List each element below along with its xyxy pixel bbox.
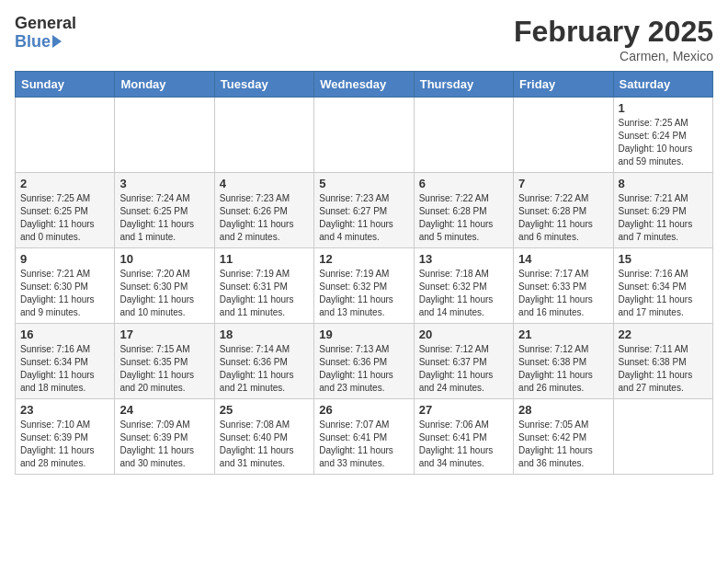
calendar-cell — [314, 98, 414, 173]
calendar-cell: 22Sunrise: 7:11 AM Sunset: 6:38 PM Dayli… — [613, 324, 712, 399]
calendar-cell: 23Sunrise: 7:10 AM Sunset: 6:39 PM Dayli… — [16, 399, 115, 475]
day-number: 21 — [518, 327, 608, 341]
location: Carmen, Mexico — [514, 49, 713, 63]
day-info: Sunrise: 7:24 AM Sunset: 6:25 PM Dayligh… — [119, 192, 209, 244]
day-info: Sunrise: 7:14 AM Sunset: 6:36 PM Dayligh… — [220, 343, 309, 395]
calendar-cell: 13Sunrise: 7:18 AM Sunset: 6:32 PM Dayli… — [414, 248, 513, 324]
day-info: Sunrise: 7:16 AM Sunset: 6:34 PM Dayligh… — [20, 343, 109, 395]
calendar-cell: 3Sunrise: 7:24 AM Sunset: 6:25 PM Daylig… — [115, 173, 214, 248]
calendar-cell: 7Sunrise: 7:22 AM Sunset: 6:28 PM Daylig… — [514, 173, 613, 248]
calendar-cell: 18Sunrise: 7:14 AM Sunset: 6:36 PM Dayli… — [214, 324, 313, 399]
day-number: 19 — [319, 327, 408, 341]
day-info: Sunrise: 7:23 AM Sunset: 6:26 PM Dayligh… — [220, 192, 309, 244]
day-info: Sunrise: 7:25 AM Sunset: 6:24 PM Dayligh… — [619, 117, 708, 168]
calendar-cell: 21Sunrise: 7:12 AM Sunset: 6:38 PM Dayli… — [514, 324, 613, 399]
day-info: Sunrise: 7:22 AM Sunset: 6:28 PM Dayligh… — [419, 192, 508, 244]
title-section: February 2025 Carmen, Mexico — [514, 15, 713, 63]
calendar-cell — [613, 399, 712, 475]
day-info: Sunrise: 7:16 AM Sunset: 6:34 PM Dayligh… — [619, 268, 708, 319]
calendar-cell: 5Sunrise: 7:23 AM Sunset: 6:27 PM Daylig… — [314, 173, 414, 248]
week-row-3: 9Sunrise: 7:21 AM Sunset: 6:30 PM Daylig… — [16, 248, 713, 324]
day-number: 8 — [619, 177, 708, 190]
day-info: Sunrise: 7:11 AM Sunset: 6:38 PM Dayligh… — [619, 343, 708, 395]
weekday-header-tuesday: Tuesday — [214, 72, 313, 98]
weekday-header-monday: Monday — [115, 72, 214, 98]
day-number: 7 — [518, 177, 608, 190]
day-info: Sunrise: 7:06 AM Sunset: 6:41 PM Dayligh… — [419, 419, 508, 470]
weekday-header-row: SundayMondayTuesdayWednesdayThursdayFrid… — [16, 72, 713, 98]
calendar-cell: 19Sunrise: 7:13 AM Sunset: 6:36 PM Dayli… — [314, 324, 414, 399]
calendar-cell: 11Sunrise: 7:19 AM Sunset: 6:31 PM Dayli… — [214, 248, 313, 324]
day-info: Sunrise: 7:19 AM Sunset: 6:31 PM Dayligh… — [220, 268, 309, 319]
calendar-cell — [414, 98, 513, 173]
calendar-cell: 28Sunrise: 7:05 AM Sunset: 6:42 PM Dayli… — [514, 399, 613, 475]
day-info: Sunrise: 7:22 AM Sunset: 6:28 PM Dayligh… — [518, 192, 608, 244]
calendar-cell: 12Sunrise: 7:19 AM Sunset: 6:32 PM Dayli… — [314, 248, 414, 324]
calendar-cell: 4Sunrise: 7:23 AM Sunset: 6:26 PM Daylig… — [214, 173, 313, 248]
day-number: 23 — [20, 403, 109, 417]
day-number: 16 — [20, 327, 109, 341]
day-number: 24 — [119, 403, 209, 417]
day-number: 6 — [419, 177, 508, 190]
calendar-table: SundayMondayTuesdayWednesdayThursdayFrid… — [15, 71, 713, 475]
day-number: 1 — [619, 101, 708, 115]
calendar-cell: 16Sunrise: 7:16 AM Sunset: 6:34 PM Dayli… — [16, 324, 115, 399]
calendar-cell — [16, 98, 115, 173]
day-info: Sunrise: 7:25 AM Sunset: 6:25 PM Dayligh… — [20, 192, 109, 244]
day-info: Sunrise: 7:12 AM Sunset: 6:38 PM Dayligh… — [518, 343, 608, 395]
day-number: 2 — [20, 177, 109, 190]
day-info: Sunrise: 7:19 AM Sunset: 6:32 PM Dayligh… — [319, 268, 408, 319]
weekday-header-friday: Friday — [514, 72, 613, 98]
day-info: Sunrise: 7:07 AM Sunset: 6:41 PM Dayligh… — [319, 419, 408, 470]
weekday-header-wednesday: Wednesday — [314, 72, 414, 98]
day-info: Sunrise: 7:21 AM Sunset: 6:30 PM Dayligh… — [20, 268, 109, 319]
calendar-cell: 15Sunrise: 7:16 AM Sunset: 6:34 PM Dayli… — [613, 248, 712, 324]
weekday-header-sunday: Sunday — [16, 72, 115, 98]
day-number: 3 — [119, 177, 209, 190]
day-number: 25 — [220, 403, 309, 417]
day-info: Sunrise: 7:05 AM Sunset: 6:42 PM Dayligh… — [518, 419, 608, 470]
logo-general: General — [15, 15, 76, 33]
week-row-2: 2Sunrise: 7:25 AM Sunset: 6:25 PM Daylig… — [16, 173, 713, 248]
day-number: 27 — [419, 403, 508, 417]
calendar-cell: 24Sunrise: 7:09 AM Sunset: 6:39 PM Dayli… — [115, 399, 214, 475]
day-number: 10 — [119, 252, 209, 266]
day-info: Sunrise: 7:13 AM Sunset: 6:36 PM Dayligh… — [319, 343, 408, 395]
calendar-cell: 10Sunrise: 7:20 AM Sunset: 6:30 PM Dayli… — [115, 248, 214, 324]
day-number: 18 — [220, 327, 309, 341]
day-info: Sunrise: 7:10 AM Sunset: 6:39 PM Dayligh… — [20, 419, 109, 470]
weekday-header-saturday: Saturday — [613, 72, 712, 98]
calendar-cell — [214, 98, 313, 173]
calendar-cell: 20Sunrise: 7:12 AM Sunset: 6:37 PM Dayli… — [414, 324, 513, 399]
day-number: 12 — [319, 252, 408, 266]
calendar-cell: 14Sunrise: 7:17 AM Sunset: 6:33 PM Dayli… — [514, 248, 613, 324]
day-info: Sunrise: 7:20 AM Sunset: 6:30 PM Dayligh… — [119, 268, 209, 319]
calendar-cell: 27Sunrise: 7:06 AM Sunset: 6:41 PM Dayli… — [414, 399, 513, 475]
calendar-cell: 2Sunrise: 7:25 AM Sunset: 6:25 PM Daylig… — [16, 173, 115, 248]
day-number: 5 — [319, 177, 408, 190]
day-info: Sunrise: 7:12 AM Sunset: 6:37 PM Dayligh… — [419, 343, 508, 395]
day-info: Sunrise: 7:21 AM Sunset: 6:29 PM Dayligh… — [619, 192, 708, 244]
day-number: 4 — [220, 177, 309, 190]
weekday-header-thursday: Thursday — [414, 72, 513, 98]
calendar-cell: 8Sunrise: 7:21 AM Sunset: 6:29 PM Daylig… — [613, 173, 712, 248]
day-number: 11 — [220, 252, 309, 266]
day-number: 28 — [518, 403, 608, 417]
calendar-cell: 1Sunrise: 7:25 AM Sunset: 6:24 PM Daylig… — [613, 98, 712, 173]
week-row-5: 23Sunrise: 7:10 AM Sunset: 6:39 PM Dayli… — [16, 399, 713, 475]
day-number: 20 — [419, 327, 508, 341]
day-number: 26 — [319, 403, 408, 417]
week-row-4: 16Sunrise: 7:16 AM Sunset: 6:34 PM Dayli… — [16, 324, 713, 399]
day-number: 22 — [619, 327, 708, 341]
month-title: February 2025 — [514, 15, 713, 49]
day-number: 9 — [20, 252, 109, 266]
logo: General Blue — [15, 15, 76, 52]
logo-blue: Blue — [15, 33, 51, 52]
day-info: Sunrise: 7:23 AM Sunset: 6:27 PM Dayligh… — [319, 192, 408, 244]
week-row-1: 1Sunrise: 7:25 AM Sunset: 6:24 PM Daylig… — [16, 98, 713, 173]
calendar-cell: 26Sunrise: 7:07 AM Sunset: 6:41 PM Dayli… — [314, 399, 414, 475]
calendar-cell: 6Sunrise: 7:22 AM Sunset: 6:28 PM Daylig… — [414, 173, 513, 248]
calendar-cell: 17Sunrise: 7:15 AM Sunset: 6:35 PM Dayli… — [115, 324, 214, 399]
page-header: General Blue February 2025 Carmen, Mexic… — [15, 15, 713, 63]
day-number: 14 — [518, 252, 608, 266]
